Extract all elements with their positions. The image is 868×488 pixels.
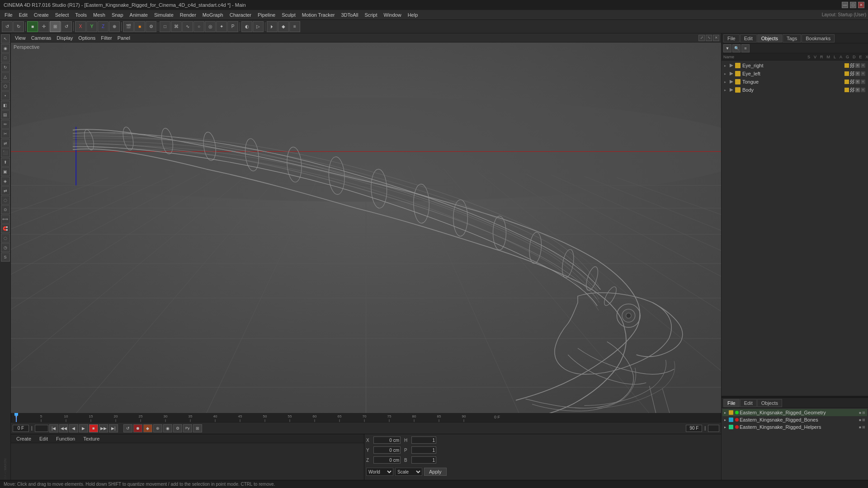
pos-y-input[interactable] xyxy=(373,446,401,454)
live-select-btn[interactable]: ■ xyxy=(27,21,38,32)
rb-tab-file[interactable]: File xyxy=(723,399,740,407)
tag-btn[interactable]: ▷ xyxy=(253,21,264,32)
menu-edit[interactable]: Edit xyxy=(16,11,30,19)
left-pointer-btn[interactable]: ↖ xyxy=(1,34,10,43)
grid-btn[interactable]: ⊞ xyxy=(193,424,202,432)
menu-window[interactable]: Window xyxy=(381,11,404,19)
undo-btn[interactable]: ↺ xyxy=(2,21,13,32)
right-tab-objects[interactable]: Objects xyxy=(757,34,782,42)
menu-pipeline[interactable]: Pipeline xyxy=(255,11,278,19)
prev-frame-btn[interactable]: ◀ xyxy=(69,424,78,432)
scale-b-input[interactable] xyxy=(411,456,436,464)
move-btn[interactable]: ✛ xyxy=(38,21,49,32)
playback-settings-btn[interactable]: ⚙ xyxy=(173,424,182,432)
vp-panel-menu[interactable]: Panel xyxy=(115,35,132,41)
python-btn[interactable]: P xyxy=(227,21,238,32)
menu-help[interactable]: Help xyxy=(405,11,421,19)
bl-tab-function[interactable]: Function xyxy=(52,436,79,442)
py-btn[interactable]: Py xyxy=(183,424,192,432)
vp-options-menu[interactable]: Options xyxy=(76,35,98,41)
left-anim-tag-btn[interactable]: ◷ xyxy=(1,243,10,252)
vp-close-btn[interactable]: ✕ xyxy=(713,35,719,41)
left-magnet-btn[interactable]: 🧲 xyxy=(1,224,10,233)
bl-tab-texture[interactable]: Texture xyxy=(80,436,103,442)
expand-tongue[interactable]: ▸ xyxy=(724,80,729,84)
apply-button[interactable]: Apply xyxy=(424,468,447,476)
cube-btn[interactable]: □ xyxy=(160,21,170,32)
close-btn[interactable]: ✕ xyxy=(858,2,864,8)
fps-input[interactable] xyxy=(708,425,719,432)
helpers-expand[interactable]: ▸ xyxy=(724,425,729,429)
left-snap-btn[interactable]: ⊙ xyxy=(1,205,10,214)
hier-row-helpers[interactable]: ▸ Eastern_Kingsnake_Rigged_Helpers ■ ⊞ xyxy=(722,423,867,431)
render-btn[interactable]: ■ xyxy=(134,21,145,32)
record-btn[interactable]: ■ xyxy=(89,424,98,432)
spline-btn[interactable]: ∿ xyxy=(182,21,193,32)
menu-sculpt[interactable]: Sculpt xyxy=(279,11,298,19)
menu-motion-tracker[interactable]: Motion Tracker xyxy=(299,11,338,19)
left-soft-btn[interactable]: ◌ xyxy=(1,234,10,243)
expand-eye-left[interactable]: ▸ xyxy=(724,72,729,76)
current-frame-input[interactable] xyxy=(13,425,29,432)
generator-btn[interactable]: ◎ xyxy=(205,21,216,32)
end-frame-input[interactable] xyxy=(686,425,702,432)
menu-file[interactable]: File xyxy=(2,11,15,19)
key-btn[interactable]: ◆ xyxy=(143,424,152,432)
left-edge-btn[interactable]: ⬡ xyxy=(1,82,10,91)
hier-row-geometry[interactable]: ▸ Eastern_Kingsnake_Rigged_Geometry ■ ⊞ xyxy=(722,409,867,416)
right-tab-tags[interactable]: Tags xyxy=(783,34,801,42)
obj-sort-btn[interactable]: ≡ xyxy=(741,44,750,52)
anim-btn[interactable]: ⏵ xyxy=(267,21,278,32)
rb-tab-objects2[interactable]: Objects xyxy=(757,399,782,407)
render-view-btn[interactable]: 🎬 xyxy=(123,21,134,32)
menu-select[interactable]: Select xyxy=(52,11,72,19)
world-btn[interactable]: ⊕ xyxy=(109,21,120,32)
render-settings-btn[interactable]: ⚙ xyxy=(146,21,156,32)
vp-filter-menu[interactable]: Filter xyxy=(99,35,114,41)
left-fill-btn[interactable]: ⬛ xyxy=(1,148,10,157)
keyframe-btn[interactable]: ◆ xyxy=(278,21,289,32)
left-script-btn[interactable]: S xyxy=(1,253,10,262)
scale-btn[interactable]: ⊞ xyxy=(50,21,61,32)
geo-expand[interactable]: ▸ xyxy=(724,411,729,415)
menu-mograph[interactable]: MoGraph xyxy=(200,11,226,19)
window-controls[interactable]: — □ ✕ xyxy=(842,2,864,8)
menu-snap[interactable]: Snap xyxy=(109,11,126,19)
scale-p-input[interactable] xyxy=(411,446,436,454)
menu-3dtoall[interactable]: 3DToAll xyxy=(338,11,361,19)
timeline-btn[interactable]: ≡ xyxy=(289,21,300,32)
pos-x-input[interactable] xyxy=(373,436,401,444)
expand-body[interactable]: ▸ xyxy=(724,88,729,92)
menu-mesh[interactable]: Mesh xyxy=(90,11,108,19)
material-btn[interactable]: ◐ xyxy=(241,21,252,32)
menu-tools[interactable]: Tools xyxy=(72,11,90,19)
left-point-btn[interactable]: • xyxy=(1,91,10,100)
pos-z-input[interactable] xyxy=(373,456,401,464)
scale-h-input[interactable] xyxy=(411,436,436,444)
left-bevel-btn[interactable]: ◈ xyxy=(1,177,10,186)
bones-expand[interactable]: ▸ xyxy=(724,418,729,422)
motion-track-btn[interactable]: ◉ xyxy=(163,424,172,432)
rb-tab-edit[interactable]: Edit xyxy=(740,399,757,407)
hier-row-bones[interactable]: ▸ Eastern_Kingsnake_Rigged_Bones ■ ⊞ xyxy=(722,416,867,423)
left-paint-btn[interactable]: ✏ xyxy=(1,120,10,129)
nurbs-btn[interactable]: ○ xyxy=(193,21,204,32)
prev-key-btn[interactable]: ◀◀ xyxy=(59,424,68,432)
obj-row-eye-right[interactable]: ▸ Eye_right ✕ ✕ xyxy=(722,61,867,70)
maximize-btn[interactable]: □ xyxy=(850,2,856,8)
obj-search-btn[interactable]: 🔍 xyxy=(732,44,741,52)
y-axis-btn[interactable]: Y xyxy=(86,21,97,32)
vp-cameras-menu[interactable]: Cameras xyxy=(29,35,54,41)
vp-display-menu[interactable]: Display xyxy=(54,35,75,41)
auto-key-btn[interactable]: ⏺ xyxy=(133,424,142,432)
minimize-btn[interactable]: — xyxy=(842,2,848,8)
z-axis-btn[interactable]: Z xyxy=(98,21,108,32)
coord-system-select[interactable]: World Object xyxy=(366,468,393,476)
go-start-btn[interactable]: |◀ xyxy=(49,424,58,432)
right-tab-file[interactable]: File xyxy=(723,34,740,42)
menu-script[interactable]: Script xyxy=(362,11,380,19)
obj-filter-btn[interactable]: ▼ xyxy=(723,44,731,52)
left-tex-btn[interactable]: ▤ xyxy=(1,110,10,119)
obj-row-eye-left[interactable]: ▸ Eye_left ✕ ✕ xyxy=(722,70,867,78)
redo-btn[interactable]: ↻ xyxy=(13,21,24,32)
